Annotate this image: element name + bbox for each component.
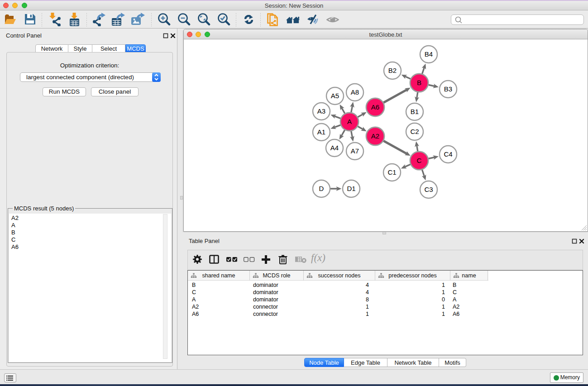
- svg-text:A2: A2: [371, 132, 379, 140]
- svg-text:A1: A1: [317, 128, 325, 136]
- svg-text:A7: A7: [351, 147, 359, 155]
- svg-text:A6: A6: [371, 103, 379, 111]
- svg-text:D1: D1: [347, 185, 355, 192]
- svg-text:B1: B1: [411, 108, 419, 115]
- svg-text:A8: A8: [351, 88, 359, 96]
- svg-text:C4: C4: [444, 150, 452, 158]
- svg-text:B3: B3: [444, 85, 452, 93]
- svg-text:C: C: [417, 157, 422, 164]
- svg-text:A3: A3: [317, 107, 325, 115]
- svg-text:D: D: [319, 185, 324, 192]
- svg-text:B2: B2: [388, 67, 397, 74]
- svg-text:B: B: [417, 79, 421, 86]
- svg-text:B4: B4: [425, 50, 433, 58]
- svg-text:C2: C2: [410, 128, 419, 135]
- svg-text:A: A: [347, 118, 352, 125]
- svg-text:A4: A4: [330, 144, 339, 152]
- svg-text:C3: C3: [424, 186, 433, 193]
- svg-text:f(x): f(x): [311, 252, 325, 263]
- svg-text:C1: C1: [387, 168, 396, 176]
- svg-text:A5: A5: [331, 92, 339, 100]
